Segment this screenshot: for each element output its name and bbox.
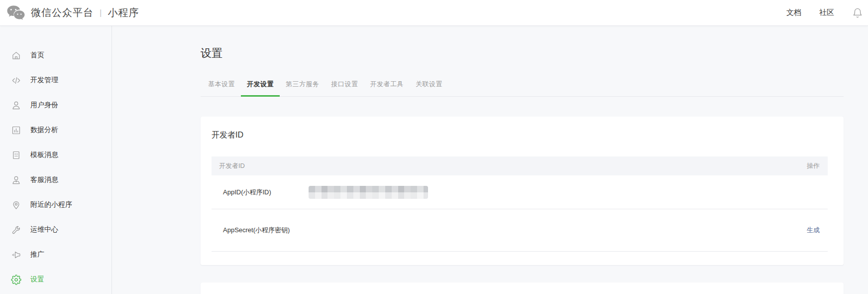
sidebar-item-template-message[interactable]: 模板消息 bbox=[0, 143, 111, 167]
sidebar-item-label: 开发管理 bbox=[30, 76, 58, 85]
developer-id-table: 开发者ID 操作 AppID(小程序ID) AppSecret(小程序密钥) 生… bbox=[212, 156, 828, 252]
appsecret-table-row: AppSecret(小程序密钥) 生成 bbox=[212, 209, 828, 252]
sidebar-item-label: 模板消息 bbox=[30, 150, 58, 159]
wechat-logo[interactable] bbox=[6, 4, 26, 21]
sidebar-item-label: 推广 bbox=[30, 250, 44, 259]
table-header-name: 开发者ID bbox=[219, 161, 245, 170]
sidebar-item-analytics[interactable]: 数据分析 bbox=[0, 118, 111, 143]
appid-table-row: AppID(小程序ID) bbox=[212, 175, 828, 209]
product-name: 小程序 bbox=[108, 6, 139, 19]
wechat-mp-settings-page: 微信公众平台 | 小程序 文档 社区 首页 bbox=[0, 0, 868, 294]
header-link-docs[interactable]: 文档 bbox=[786, 8, 801, 17]
sidebar-item-label: 设置 bbox=[30, 275, 44, 284]
tab-development-settings[interactable]: 开发设置 bbox=[241, 80, 280, 96]
chart-icon bbox=[11, 125, 21, 136]
table-header-row: 开发者ID 操作 bbox=[212, 156, 828, 175]
brand-title: 微信公众平台 bbox=[31, 6, 94, 19]
tab-api-settings[interactable]: 接口设置 bbox=[326, 80, 364, 96]
header-bar: 微信公众平台 | 小程序 文档 社区 bbox=[0, 0, 868, 26]
sidebar-item-label: 用户身份 bbox=[30, 101, 58, 110]
developer-id-card: 开发者ID 开发者ID 操作 AppID(小程序ID) AppSecret(小程… bbox=[201, 117, 844, 265]
generate-appsecret-link[interactable]: 生成 bbox=[807, 226, 820, 235]
home-icon bbox=[11, 50, 21, 61]
sidebar-item-label: 运维中心 bbox=[30, 225, 58, 234]
sidebar-item-nearby-miniprograms[interactable]: 附近的小程序 bbox=[0, 192, 111, 217]
gear-icon bbox=[11, 275, 21, 285]
tab-developer-tools[interactable]: 开发者工具 bbox=[364, 80, 410, 96]
sidebar-item-customer-service[interactable]: 客服消息 bbox=[0, 167, 111, 192]
sidebar-item-dev-management[interactable]: 开发管理 bbox=[0, 68, 111, 93]
brand-separator: | bbox=[100, 8, 102, 18]
sidebar: 首页 开发管理 用户身份 bbox=[0, 26, 112, 294]
megaphone-icon bbox=[11, 250, 21, 260]
sidebar-item-label: 客服消息 bbox=[30, 175, 58, 184]
user-icon bbox=[11, 100, 21, 111]
sidebar-item-label: 数据分析 bbox=[30, 126, 58, 135]
appsecret-label: AppSecret(小程序密钥) bbox=[223, 226, 309, 235]
table-header-action: 操作 bbox=[807, 161, 820, 170]
sidebar-item-label: 首页 bbox=[30, 51, 44, 60]
code-icon bbox=[11, 75, 21, 86]
sidebar-item-settings[interactable]: 设置 bbox=[0, 267, 111, 292]
customer-service-icon bbox=[11, 175, 21, 185]
appid-label: AppID(小程序ID) bbox=[223, 188, 309, 197]
bell-icon[interactable] bbox=[852, 7, 863, 18]
wrench-icon bbox=[11, 225, 21, 235]
appid-value-masked bbox=[309, 186, 428, 199]
card-title: 开发者ID bbox=[212, 130, 828, 140]
sidebar-item-home[interactable]: 首页 bbox=[0, 43, 111, 68]
page-title: 设置 bbox=[201, 46, 868, 61]
tab-third-party-services[interactable]: 第三方服务 bbox=[280, 80, 326, 96]
tab-linked-settings[interactable]: 关联设置 bbox=[410, 80, 448, 96]
template-message-icon bbox=[11, 150, 21, 160]
next-section-card bbox=[201, 283, 844, 294]
main-content: 设置 基本设置 开发设置 第三方服务 接口设置 开发者工具 关联设置 开发者ID… bbox=[112, 26, 868, 294]
tab-basic-settings[interactable]: 基本设置 bbox=[202, 80, 241, 96]
sidebar-item-label: 附近的小程序 bbox=[30, 200, 72, 209]
settings-tab-bar: 基本设置 开发设置 第三方服务 接口设置 开发者工具 关联设置 bbox=[201, 80, 844, 97]
header-link-community[interactable]: 社区 bbox=[819, 8, 834, 17]
location-icon bbox=[11, 200, 21, 210]
sidebar-item-ops-center[interactable]: 运维中心 bbox=[0, 217, 111, 242]
sidebar-item-user-identity[interactable]: 用户身份 bbox=[0, 93, 111, 118]
sidebar-item-promotion[interactable]: 推广 bbox=[0, 242, 111, 267]
